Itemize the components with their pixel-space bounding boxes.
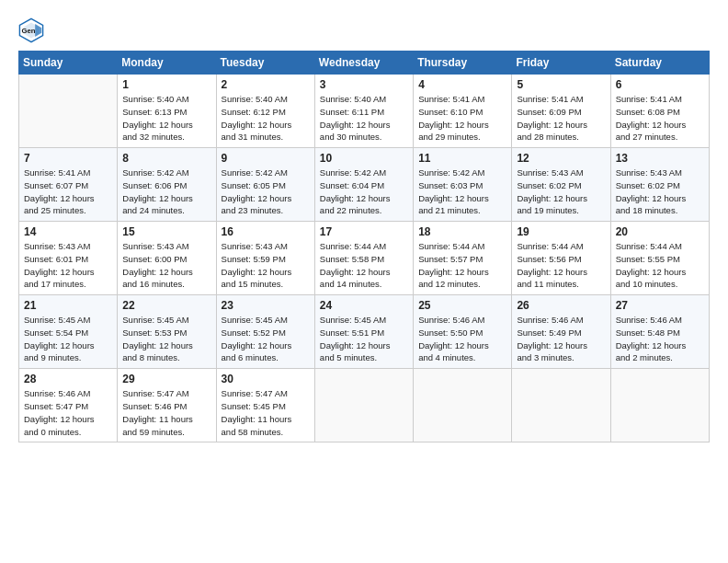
day-info: Sunrise: 5:41 AMSunset: 6:08 PMDaylight:… bbox=[616, 93, 704, 144]
day-info: Sunrise: 5:46 AMSunset: 5:50 PMDaylight:… bbox=[418, 314, 506, 364]
calendar-cell: 18Sunrise: 5:44 AMSunset: 5:57 PMDayligh… bbox=[414, 222, 512, 295]
calendar-header-saturday: Saturday bbox=[610, 52, 709, 75]
calendar-cell: 16Sunrise: 5:43 AMSunset: 5:59 PMDayligh… bbox=[216, 222, 314, 295]
day-number: 1 bbox=[122, 78, 210, 91]
day-info: Sunrise: 5:46 AMSunset: 5:47 PMDaylight:… bbox=[24, 387, 112, 438]
calendar-cell: 22Sunrise: 5:45 AMSunset: 5:53 PMDayligh… bbox=[118, 295, 216, 369]
day-info: Sunrise: 5:41 AMSunset: 6:07 PMDaylight:… bbox=[24, 167, 112, 217]
day-number: 14 bbox=[24, 225, 112, 238]
day-number: 11 bbox=[418, 152, 506, 165]
day-number: 26 bbox=[517, 299, 605, 312]
calendar-cell: 24Sunrise: 5:45 AMSunset: 5:51 PMDayligh… bbox=[314, 295, 413, 369]
day-info: Sunrise: 5:43 AMSunset: 6:02 PMDaylight:… bbox=[616, 167, 704, 217]
calendar-cell: 1Sunrise: 5:40 AMSunset: 6:13 PMDaylight… bbox=[118, 75, 216, 148]
day-number: 3 bbox=[320, 78, 408, 91]
calendar-cell bbox=[314, 369, 413, 442]
calendar-header-tuesday: Tuesday bbox=[216, 52, 314, 75]
day-info: Sunrise: 5:40 AMSunset: 6:11 PMDaylight:… bbox=[320, 93, 408, 144]
calendar-table: SundayMondayTuesdayWednesdayThursdayFrid… bbox=[18, 51, 710, 442]
day-info: Sunrise: 5:46 AMSunset: 5:49 PMDaylight:… bbox=[517, 314, 605, 364]
day-info: Sunrise: 5:40 AMSunset: 6:12 PMDaylight:… bbox=[222, 93, 310, 144]
day-info: Sunrise: 5:43 AMSunset: 6:02 PMDaylight:… bbox=[517, 167, 605, 217]
calendar-week-3: 14Sunrise: 5:43 AMSunset: 6:01 PMDayligh… bbox=[19, 222, 710, 295]
day-number: 27 bbox=[616, 299, 704, 312]
day-info: Sunrise: 5:43 AMSunset: 5:59 PMDaylight:… bbox=[222, 240, 310, 291]
calendar-header-row: SundayMondayTuesdayWednesdayThursdayFrid… bbox=[19, 52, 710, 75]
calendar-header-friday: Friday bbox=[512, 52, 610, 75]
calendar-week-4: 21Sunrise: 5:45 AMSunset: 5:54 PMDayligh… bbox=[19, 295, 710, 369]
day-info: Sunrise: 5:42 AMSunset: 6:05 PMDaylight:… bbox=[222, 167, 310, 217]
logo: Gen bbox=[18, 17, 48, 43]
calendar-cell: 30Sunrise: 5:47 AMSunset: 5:45 PMDayligh… bbox=[216, 369, 314, 442]
day-number: 28 bbox=[24, 373, 112, 385]
calendar-cell: 21Sunrise: 5:45 AMSunset: 5:54 PMDayligh… bbox=[19, 295, 118, 369]
calendar-cell: 6Sunrise: 5:41 AMSunset: 6:08 PMDaylight… bbox=[610, 75, 709, 148]
day-info: Sunrise: 5:40 AMSunset: 6:13 PMDaylight:… bbox=[122, 93, 210, 144]
day-number: 5 bbox=[517, 78, 605, 91]
svg-marker-2 bbox=[35, 24, 41, 37]
day-info: Sunrise: 5:43 AMSunset: 6:01 PMDaylight:… bbox=[24, 240, 112, 291]
calendar-cell: 27Sunrise: 5:46 AMSunset: 5:48 PMDayligh… bbox=[610, 295, 709, 369]
day-number: 9 bbox=[222, 152, 310, 165]
calendar-header-sunday: Sunday bbox=[19, 52, 118, 75]
calendar-cell: 11Sunrise: 5:42 AMSunset: 6:03 PMDayligh… bbox=[414, 148, 512, 222]
day-number: 6 bbox=[616, 78, 704, 91]
svg-text:Gen: Gen bbox=[22, 27, 36, 35]
day-info: Sunrise: 5:43 AMSunset: 6:00 PMDaylight:… bbox=[122, 240, 210, 291]
calendar-cell: 9Sunrise: 5:42 AMSunset: 6:05 PMDaylight… bbox=[216, 148, 314, 222]
calendar-header-monday: Monday bbox=[118, 52, 216, 75]
day-number: 10 bbox=[320, 152, 408, 165]
day-number: 22 bbox=[122, 299, 210, 312]
logo-icon: Gen bbox=[18, 17, 44, 43]
calendar-week-5: 28Sunrise: 5:46 AMSunset: 5:47 PMDayligh… bbox=[19, 369, 710, 442]
calendar-cell: 13Sunrise: 5:43 AMSunset: 6:02 PMDayligh… bbox=[610, 148, 709, 222]
calendar-cell: 25Sunrise: 5:46 AMSunset: 5:50 PMDayligh… bbox=[414, 295, 512, 369]
day-number: 16 bbox=[222, 225, 310, 238]
day-info: Sunrise: 5:41 AMSunset: 6:10 PMDaylight:… bbox=[418, 93, 506, 144]
calendar-cell: 8Sunrise: 5:42 AMSunset: 6:06 PMDaylight… bbox=[118, 148, 216, 222]
day-number: 21 bbox=[24, 299, 112, 312]
day-number: 15 bbox=[122, 225, 210, 238]
day-info: Sunrise: 5:45 AMSunset: 5:53 PMDaylight:… bbox=[122, 314, 210, 364]
calendar-cell: 5Sunrise: 5:41 AMSunset: 6:09 PMDaylight… bbox=[512, 75, 610, 148]
day-number: 13 bbox=[616, 152, 704, 165]
calendar-cell: 20Sunrise: 5:44 AMSunset: 5:55 PMDayligh… bbox=[610, 222, 709, 295]
day-info: Sunrise: 5:45 AMSunset: 5:54 PMDaylight:… bbox=[24, 314, 112, 364]
calendar-header-thursday: Thursday bbox=[414, 52, 512, 75]
calendar-cell bbox=[610, 369, 709, 442]
calendar-week-2: 7Sunrise: 5:41 AMSunset: 6:07 PMDaylight… bbox=[19, 148, 710, 222]
day-number: 7 bbox=[24, 152, 112, 165]
calendar-cell: 12Sunrise: 5:43 AMSunset: 6:02 PMDayligh… bbox=[512, 148, 610, 222]
day-info: Sunrise: 5:44 AMSunset: 5:56 PMDaylight:… bbox=[517, 240, 605, 291]
day-info: Sunrise: 5:41 AMSunset: 6:09 PMDaylight:… bbox=[517, 93, 605, 144]
day-number: 30 bbox=[222, 373, 310, 385]
day-number: 29 bbox=[122, 373, 210, 385]
calendar-cell: 10Sunrise: 5:42 AMSunset: 6:04 PMDayligh… bbox=[314, 148, 413, 222]
header: Gen bbox=[18, 14, 710, 43]
calendar-cell: 29Sunrise: 5:47 AMSunset: 5:46 PMDayligh… bbox=[118, 369, 216, 442]
calendar-header-wednesday: Wednesday bbox=[314, 52, 413, 75]
calendar-cell: 7Sunrise: 5:41 AMSunset: 6:07 PMDaylight… bbox=[19, 148, 118, 222]
day-number: 25 bbox=[418, 299, 506, 312]
calendar-cell: 28Sunrise: 5:46 AMSunset: 5:47 PMDayligh… bbox=[19, 369, 118, 442]
day-info: Sunrise: 5:42 AMSunset: 6:06 PMDaylight:… bbox=[122, 167, 210, 217]
day-number: 2 bbox=[222, 78, 310, 91]
calendar-cell: 19Sunrise: 5:44 AMSunset: 5:56 PMDayligh… bbox=[512, 222, 610, 295]
calendar-cell: 2Sunrise: 5:40 AMSunset: 6:12 PMDaylight… bbox=[216, 75, 314, 148]
day-info: Sunrise: 5:45 AMSunset: 5:52 PMDaylight:… bbox=[222, 314, 310, 364]
day-info: Sunrise: 5:47 AMSunset: 5:46 PMDaylight:… bbox=[122, 387, 210, 438]
day-info: Sunrise: 5:47 AMSunset: 5:45 PMDaylight:… bbox=[222, 387, 310, 438]
day-info: Sunrise: 5:42 AMSunset: 6:04 PMDaylight:… bbox=[320, 167, 408, 217]
calendar-cell: 4Sunrise: 5:41 AMSunset: 6:10 PMDaylight… bbox=[414, 75, 512, 148]
calendar-cell: 15Sunrise: 5:43 AMSunset: 6:00 PMDayligh… bbox=[118, 222, 216, 295]
page-container: Gen SundayMondayTuesdayWednesdayThursday… bbox=[0, 0, 728, 452]
calendar-cell: 17Sunrise: 5:44 AMSunset: 5:58 PMDayligh… bbox=[314, 222, 413, 295]
calendar-cell bbox=[414, 369, 512, 442]
day-number: 18 bbox=[418, 225, 506, 238]
calendar-cell bbox=[19, 75, 118, 148]
day-number: 4 bbox=[418, 78, 506, 91]
calendar-cell bbox=[512, 369, 610, 442]
calendar-week-1: 1Sunrise: 5:40 AMSunset: 6:13 PMDaylight… bbox=[19, 75, 710, 148]
day-number: 17 bbox=[320, 225, 408, 238]
calendar-cell: 3Sunrise: 5:40 AMSunset: 6:11 PMDaylight… bbox=[314, 75, 413, 148]
